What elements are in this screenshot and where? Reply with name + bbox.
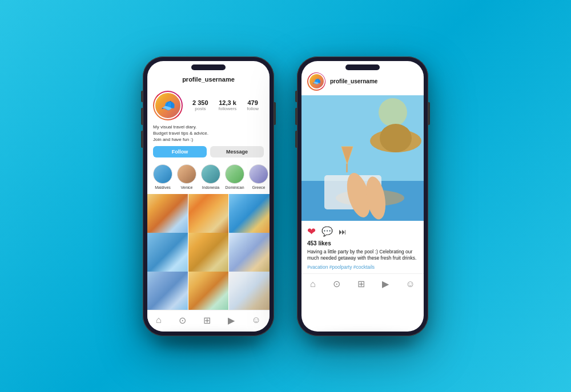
avatar-ring: 🧢: [153, 91, 183, 120]
post-avatar-ring: 🧢: [307, 72, 325, 91]
nav-add-icon[interactable]: ⊞: [203, 315, 211, 326]
grid-cell-7[interactable]: [147, 272, 188, 310]
phone-2: 🧢 profile_username: [297, 56, 428, 336]
svg-rect-7: [346, 164, 348, 172]
phone-2-btn-left2: [295, 108, 297, 125]
posts-label: posts: [192, 106, 208, 111]
phone-2-btn-right: [428, 102, 430, 125]
highlight-greece[interactable]: Greece: [249, 164, 268, 189]
avatar: 🧢: [154, 92, 182, 119]
grid-cell-3[interactable]: [229, 194, 270, 235]
nav-search-icon[interactable]: ⊙: [179, 315, 186, 326]
story-highlights: Maldives Venice Indonesia Dominican: [147, 162, 270, 194]
nav-home-icon[interactable]: ⌂: [156, 315, 162, 325]
follow-button[interactable]: Follow: [153, 146, 207, 157]
grid-cell-8[interactable]: [188, 272, 229, 310]
nav-reels-icon[interactable]: ▶: [228, 315, 235, 326]
bio-line2: Budget travel tips & advice.: [153, 130, 264, 136]
phone-2-screen: 🧢 profile_username: [301, 61, 424, 332]
profile-stats: 2 350 posts 12,3 k followers 479 follow: [187, 99, 264, 111]
nav2-reels-icon[interactable]: ▶: [382, 278, 389, 289]
bio-line1: My visual travel diary.: [153, 124, 264, 130]
grid-cell-9[interactable]: [229, 272, 270, 310]
highlight-label-indonesia: Indonesia: [202, 185, 219, 189]
profile-row: 🧢 2 350 posts 12,3 k followers 479: [147, 87, 270, 124]
stat-followers: 12,3 k followers: [219, 99, 237, 111]
highlight-label-dominican: Dominican: [225, 185, 244, 189]
photo-grid: [147, 194, 270, 309]
grid-cell-4[interactable]: [147, 233, 188, 273]
phone-1-btn-right: [274, 102, 276, 125]
highlight-circle-dominican: [225, 164, 244, 184]
message-button[interactable]: Message: [210, 146, 264, 157]
post-page: 🧢 profile_username: [301, 61, 424, 332]
profile-buttons: Follow Message: [147, 146, 270, 162]
phone-1-btn-left3: [141, 131, 143, 148]
post-hashtags: #vacation #poolparty #cocktails: [301, 264, 424, 273]
highlight-circle-indonesia: [201, 164, 220, 184]
highlight-circle-greece: [249, 164, 268, 184]
phone-2-btn-left3: [295, 131, 297, 148]
following-count: 479: [247, 99, 258, 106]
post-caption: Having a little party by the pool :) Cel…: [301, 249, 424, 265]
nav2-profile-icon[interactable]: ☺: [406, 279, 415, 289]
phones-container: profile_username 🧢 2 350 posts 12,3 k: [143, 56, 428, 336]
highlight-circle-venice: [177, 164, 196, 184]
bottom-nav-1: ⌂ ⊙ ⊞ ▶ ☺: [147, 310, 270, 332]
post-actions: ❤ 💬 ⏭: [301, 221, 424, 240]
highlight-maldives[interactable]: Maldives: [153, 164, 172, 189]
nav2-add-icon[interactable]: ⊞: [357, 278, 365, 289]
svg-point-2: [379, 98, 407, 127]
highlight-label-venice: Venice: [180, 185, 192, 189]
phone-2-notch: [345, 64, 380, 70]
phone-2-btn-left1: [295, 91, 297, 102]
highlight-venice[interactable]: Venice: [177, 164, 196, 189]
likes-count: 453 likes: [301, 240, 424, 249]
comment-button[interactable]: 💬: [321, 226, 333, 237]
nav-profile-icon[interactable]: ☺: [252, 315, 261, 325]
profile-bio: My visual travel diary. Budget travel ti…: [147, 124, 270, 147]
share-button[interactable]: ⏭: [339, 227, 347, 236]
nav2-home-icon[interactable]: ⌂: [310, 279, 316, 289]
grid-cell-2[interactable]: [188, 194, 229, 235]
highlight-label-maldives: Maldives: [155, 185, 171, 189]
stat-following: 479 follow: [247, 99, 258, 111]
grid-cell-6[interactable]: [229, 233, 270, 273]
post-username: profile_username: [330, 78, 377, 84]
phone-1: profile_username 🧢 2 350 posts 12,3 k: [143, 56, 274, 336]
stat-posts: 2 350 posts: [192, 99, 208, 111]
posts-count: 2 350: [192, 99, 208, 106]
svg-point-5: [380, 124, 412, 152]
highlight-dominican[interactable]: Dominican: [225, 164, 244, 189]
highlight-circle-maldives: [153, 164, 172, 184]
nav2-search-icon[interactable]: ⊙: [333, 278, 340, 289]
post-image-svg: [301, 95, 424, 221]
post-image[interactable]: [301, 95, 424, 221]
bio-line3: Join and have fun :): [153, 136, 264, 143]
followers-label: followers: [219, 106, 237, 111]
profile-username: profile_username: [182, 76, 235, 83]
grid-cell-1[interactable]: [147, 194, 188, 235]
like-button[interactable]: ❤: [307, 225, 316, 238]
highlight-label-greece: Greece: [252, 185, 266, 189]
phone-1-btn-left2: [141, 108, 143, 125]
phone-1-notch: [191, 64, 226, 70]
bottom-nav-2: ⌂ ⊙ ⊞ ▶ ☺: [301, 273, 424, 295]
grid-cell-5[interactable]: [188, 233, 229, 273]
phone-1-screen: profile_username 🧢 2 350 posts 12,3 k: [147, 61, 270, 332]
post-avatar[interactable]: 🧢: [308, 73, 325, 90]
followers-count: 12,3 k: [219, 99, 237, 106]
highlight-indonesia[interactable]: Indonesia: [201, 164, 220, 189]
phone-1-btn-left1: [141, 91, 143, 102]
following-label: follow: [247, 106, 258, 111]
profile-page: profile_username 🧢 2 350 posts 12,3 k: [147, 61, 270, 332]
